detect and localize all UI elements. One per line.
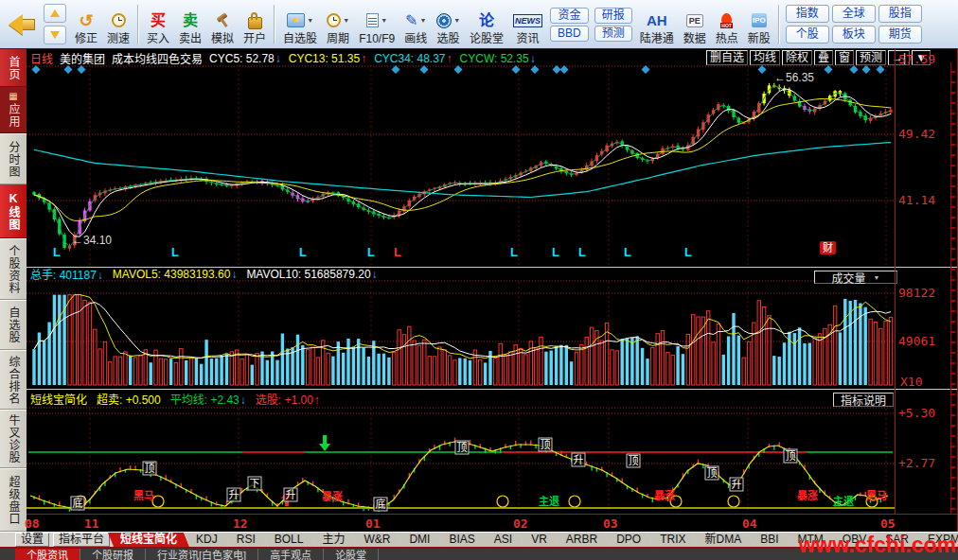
settings-button[interactable]: 设置 [15, 533, 49, 547]
flame-icon [720, 13, 733, 27]
sidebar-item-my-watchlist[interactable]: 自选股 [0, 300, 27, 350]
tab-dmi[interactable]: DMI [397, 533, 442, 547]
svg-text:L: L [510, 245, 518, 259]
sidebar-item-stock-info[interactable]: 个股资料 [0, 238, 27, 300]
tab-bbi[interactable]: BBI [748, 533, 790, 547]
infotab-expert-views[interactable]: 高手观点 [258, 549, 324, 560]
futures-button[interactable]: 期货 [878, 26, 922, 44]
indicator-platform-button[interactable]: 指标平台 [53, 533, 110, 547]
draw-line-button[interactable]: ✎▼画线 [399, 3, 432, 46]
tab-trix[interactable]: TRIX [648, 533, 698, 547]
time-axis-label: 05 [880, 516, 896, 531]
news-button[interactable]: NEWS资讯 [508, 3, 547, 46]
index-button[interactable]: 指数 [786, 5, 829, 23]
sidebar-item-apps[interactable]: ▦应用 [0, 87, 27, 133]
svg-text:顶: 顶 [145, 463, 155, 474]
research-forecast-bottom-button[interactable]: 预测 [594, 26, 632, 42]
hot-topics-button[interactable]: 热点 [711, 3, 743, 46]
funds-bbd-bottom-button[interactable]: BBD [550, 26, 589, 42]
speed-test-button[interactable]: 测速 [102, 3, 134, 46]
correct-button[interactable]: ↺修正 [70, 3, 102, 46]
period-button[interactable]: ▼周期 [322, 3, 354, 46]
tab-boll[interactable]: BOLL [262, 533, 316, 547]
stock-picker-label: 选股 [437, 32, 460, 46]
toolbar-separator [778, 5, 780, 44]
infotab-stock-forum[interactable]: 论股堂 [324, 549, 379, 560]
forum-button[interactable]: 论论股堂 [465, 3, 508, 46]
time-axis: 0811120102030405 [27, 515, 958, 532]
sidebar-label: 超级盘口 [8, 476, 19, 525]
tab-asi[interactable]: ASI [482, 533, 524, 547]
volume-type-dropdown[interactable]: 成交量 ▼ [814, 271, 897, 284]
document-icon [366, 13, 379, 27]
simulate-button[interactable]: 模拟 [206, 3, 239, 46]
svg-text:L: L [624, 245, 631, 259]
back-button[interactable] [4, 3, 40, 46]
new-shares-label: 新股 [748, 32, 771, 46]
sidebar-item-stock-diagnosis[interactable]: 牛叉诊股 [0, 410, 27, 468]
right-ruler-scrollbar[interactable] [950, 62, 958, 514]
funds-bbd-top-button[interactable]: 资金 [550, 8, 589, 24]
sidebar-item-kline-chart[interactable]: K线图 [0, 184, 27, 238]
simulate-label: 模拟 [211, 32, 234, 46]
top-toolbar: ↺修正测速买买入卖卖出模拟开户★▼自选股▼周期▼F10/F9✎▼画线▼选股论论股… [0, 0, 958, 49]
market-nav-grid: 指数全球股指个股板块期货 [783, 5, 925, 44]
buy-button[interactable]: 买买入 [142, 3, 174, 46]
down-arrow-icon [50, 31, 60, 39]
sell-button[interactable]: 卖卖出 [174, 3, 206, 46]
svg-text:L: L [53, 245, 61, 259]
f10-f9-button[interactable]: ▼F10/F9 [354, 3, 399, 46]
indicator-info-button[interactable]: 指标说明 [833, 393, 894, 407]
tab-new-dma[interactable]: 新DMA [693, 533, 754, 547]
sidebar-item-home[interactable]: 首页 [0, 49, 27, 87]
tab-dpo[interactable]: DPO [604, 533, 653, 547]
research-forecast-top-button[interactable]: 研报 [594, 8, 632, 24]
infotab-industry-news[interactable]: 行业资讯[白色家电] [146, 549, 258, 560]
time-axis-label: 03 [603, 516, 618, 531]
sidebar-label: 应用 [8, 103, 19, 128]
sidebar-item-super-orderbook[interactable]: 超级盘口 [0, 468, 27, 532]
hk-connect-button[interactable]: AH陆港通 [635, 3, 679, 46]
svg-text:暴涨: 暴涨 [321, 490, 343, 502]
tab-arbr[interactable]: ARBR [554, 533, 610, 547]
svg-text:顶: 顶 [707, 467, 718, 479]
stock-picker-button[interactable]: ▼选股 [432, 3, 465, 46]
indicator-info-label: 指标说明 [841, 392, 886, 408]
sidebar-item-intraday-chart[interactable]: 分时图 [0, 133, 27, 184]
up-button[interactable] [44, 4, 66, 23]
stocks-button[interactable]: 个股 [786, 26, 829, 44]
tab-vr[interactable]: VR [519, 533, 559, 547]
down-arrow-icon: ↓ [372, 268, 378, 281]
tab-wr[interactable]: W&R [351, 533, 402, 547]
chevron-down-icon: ▼ [453, 17, 460, 24]
stock-index-button[interactable]: 股指 [878, 5, 922, 23]
news-label: 资讯 [517, 32, 540, 46]
tab-main-force[interactable]: 主力 [310, 533, 357, 547]
time-axis-label: 08 [25, 516, 40, 531]
sidebar-label: 牛叉诊股 [8, 414, 19, 464]
svg-text:升: 升 [229, 489, 240, 500]
hk-connect-label: 陆港通 [640, 32, 674, 46]
svg-text:顶: 顶 [541, 439, 551, 450]
sidebar-item-ranking[interactable]: 综合排名 [0, 350, 27, 410]
global-button[interactable]: 全球 [832, 5, 876, 23]
new-shares-button[interactable]: IPO新股 [743, 3, 775, 46]
splitter-2[interactable] [27, 389, 958, 390]
down-button[interactable] [44, 26, 66, 44]
pe-icon: PE [686, 14, 703, 27]
sectors-button[interactable]: 板块 [832, 26, 876, 44]
infotab-stock-research[interactable]: 个股研报 [80, 549, 146, 560]
infotab-stock-news[interactable]: 个股资讯 [15, 549, 80, 560]
tab-rsi[interactable]: RSI [224, 533, 268, 547]
open-account-button[interactable]: 开户 [239, 3, 271, 46]
indicator-panel: 底顶升下升底顶顶升顶顶升顶黑马暴涨暴涨暴涨黑马主退主退 [27, 407, 895, 514]
data-button[interactable]: PE数据 [679, 3, 711, 46]
sidebar-label: 分时图 [8, 141, 19, 178]
tab-shortline-simplified[interactable]: 短线宝简化 [108, 533, 189, 547]
tab-kdj[interactable]: KDJ [184, 533, 230, 547]
tab-bias[interactable]: BIAS [436, 533, 487, 547]
time-axis-label: 01 [365, 516, 381, 531]
watermark: www.cfchi.com [798, 533, 956, 558]
watchlist-button[interactable]: ★▼自选股 [278, 3, 322, 46]
pencil-icon: ✎ [405, 13, 417, 28]
